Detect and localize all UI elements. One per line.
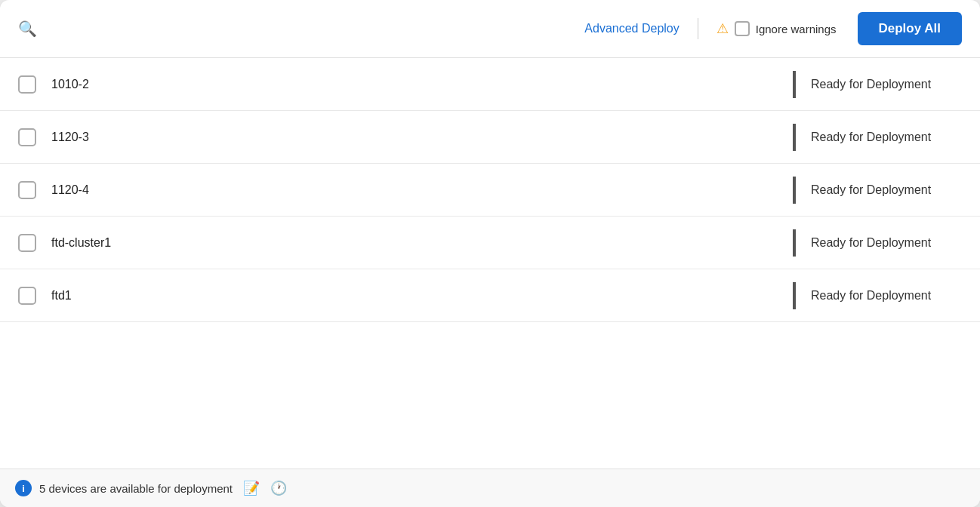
row-status: Ready for Deployment — [811, 289, 962, 303]
header-divider — [698, 18, 698, 39]
row-checkbox-row-ftd1[interactable] — [18, 287, 36, 305]
row-checkbox-row-1010-2[interactable] — [18, 75, 36, 94]
table-row: ftd1 Ready for Deployment — [0, 269, 980, 322]
row-checkbox-row-ftd-cluster1[interactable] — [18, 234, 36, 252]
table-area: 1010-2 Ready for Deployment 1120-3 Ready… — [0, 58, 980, 469]
row-device-name: ftd1 — [51, 289, 793, 303]
row-checkbox-row-1120-4[interactable] — [18, 181, 36, 199]
row-device-name: 1010-2 — [51, 78, 793, 91]
row-separator — [793, 124, 796, 151]
row-checkbox-row-1120-3[interactable] — [18, 128, 36, 146]
table-body: 1010-2 Ready for Deployment 1120-3 Ready… — [0, 58, 980, 469]
table-row: 1120-4 Ready for Deployment — [0, 164, 980, 217]
modal-header: 🔍 Advanced Deploy ⚠ Ignore warnings Depl… — [0, 0, 980, 58]
row-device-name: ftd-cluster1 — [51, 236, 793, 250]
row-status: Ready for Deployment — [811, 236, 962, 250]
table-row: 1120-3 Ready for Deployment — [0, 111, 980, 164]
row-separator — [793, 229, 796, 257]
row-separator — [793, 177, 796, 204]
deploy-modal: 🔍 Advanced Deploy ⚠ Ignore warnings Depl… — [0, 0, 980, 507]
row-status: Ready for Deployment — [811, 183, 962, 197]
ignore-warnings-checkbox[interactable] — [735, 21, 750, 36]
row-status: Ready for Deployment — [811, 131, 962, 144]
calendar-edit-icon[interactable]: 📝 — [243, 480, 260, 496]
row-status: Ready for Deployment — [811, 78, 962, 91]
deploy-all-button[interactable]: Deploy All — [858, 12, 963, 45]
table-row: 1010-2 Ready for Deployment — [0, 58, 980, 111]
table-row: ftd-cluster1 Ready for Deployment — [0, 217, 980, 269]
row-separator — [793, 71, 796, 98]
ignore-warnings-section: ⚠ Ignore warnings — [717, 20, 837, 37]
search-icon[interactable]: 🔍 — [18, 20, 37, 38]
row-device-name: 1120-3 — [51, 131, 793, 144]
history-icon[interactable]: 🕐 — [270, 480, 287, 496]
footer: i 5 devices are available for deployment… — [0, 469, 980, 507]
row-device-name: 1120-4 — [51, 183, 793, 197]
advanced-deploy-link[interactable]: Advanced Deploy — [584, 22, 679, 35]
row-separator — [793, 282, 796, 309]
footer-text: 5 devices are available for deployment — [39, 482, 233, 495]
info-icon: i — [22, 483, 25, 494]
warning-icon: ⚠ — [717, 20, 729, 37]
ignore-warnings-label: Ignore warnings — [756, 23, 837, 35]
info-badge: i — [15, 480, 32, 496]
